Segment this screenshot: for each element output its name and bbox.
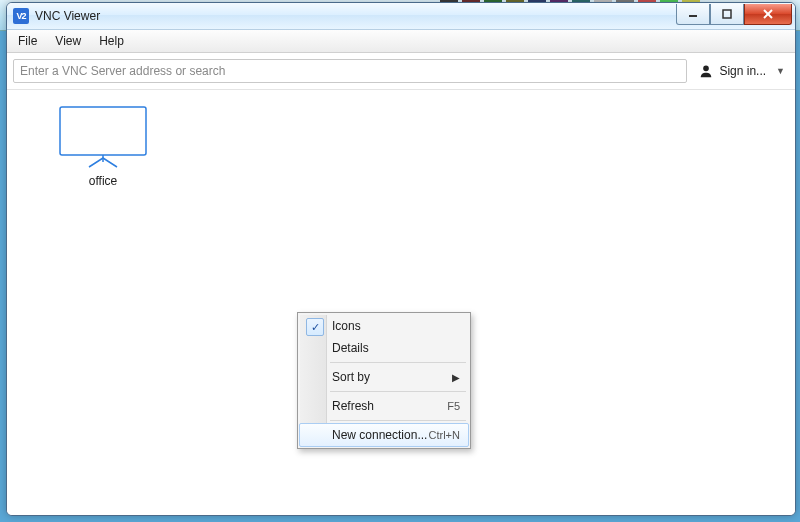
close-icon <box>762 9 774 19</box>
connection-label: office <box>89 174 117 188</box>
app-icon: V2 <box>13 8 29 24</box>
context-menu-separator <box>330 362 466 363</box>
context-menu-item-refresh[interactable]: RefreshF5 <box>300 395 468 417</box>
minimize-button[interactable] <box>676 4 710 25</box>
context-menu-item-new-connection[interactable]: New connection...Ctrl+N <box>299 423 469 447</box>
connections-area[interactable]: office ✓IconsDetailsSort by▶RefreshF5New… <box>7 90 795 515</box>
menubar: FileViewHelp <box>7 30 795 53</box>
sign-in-label: Sign in... <box>719 64 766 78</box>
svg-rect-1 <box>723 10 731 18</box>
window-title: VNC Viewer <box>35 9 100 23</box>
context-menu-item-label: Refresh <box>332 399 447 413</box>
context-menu-item-label: Icons <box>332 319 460 333</box>
context-menu-item-sort-by[interactable]: Sort by▶ <box>300 366 468 388</box>
user-icon <box>699 64 713 78</box>
menu-help[interactable]: Help <box>90 30 133 52</box>
context-menu-shortcut: Ctrl+N <box>429 429 460 441</box>
submenu-arrow-icon: ▶ <box>452 372 460 383</box>
context-menu-separator <box>330 420 466 421</box>
address-search-input[interactable] <box>13 59 687 83</box>
chevron-down-icon: ▼ <box>776 66 785 76</box>
sign-in-button[interactable]: Sign in... ▼ <box>695 60 789 82</box>
minimize-icon <box>688 9 698 19</box>
context-menu-item-label: New connection... <box>332 428 429 442</box>
context-menu-item-icons[interactable]: ✓Icons <box>300 315 468 337</box>
menu-file[interactable]: File <box>9 30 46 52</box>
maximize-button[interactable] <box>710 4 744 25</box>
app-window: V2 VNC Viewer <box>6 2 796 516</box>
check-icon: ✓ <box>306 318 324 336</box>
titlebar[interactable]: V2 VNC Viewer <box>7 3 795 30</box>
close-button[interactable] <box>744 4 792 25</box>
context-menu-separator <box>330 391 466 392</box>
toolbar: Sign in... ▼ <box>7 53 795 90</box>
menu-view[interactable]: View <box>46 30 90 52</box>
context-menu: ✓IconsDetailsSort by▶RefreshF5New connec… <box>297 312 471 449</box>
monitor-icon <box>59 106 147 168</box>
svg-rect-5 <box>60 107 146 155</box>
context-menu-item-label: Details <box>332 341 460 355</box>
context-menu-item-details[interactable]: Details <box>300 337 468 359</box>
connection-tile-office[interactable]: office <box>43 106 163 188</box>
maximize-icon <box>722 9 732 19</box>
context-menu-item-label: Sort by <box>332 370 452 384</box>
svg-point-4 <box>704 66 710 72</box>
context-menu-shortcut: F5 <box>447 400 460 412</box>
